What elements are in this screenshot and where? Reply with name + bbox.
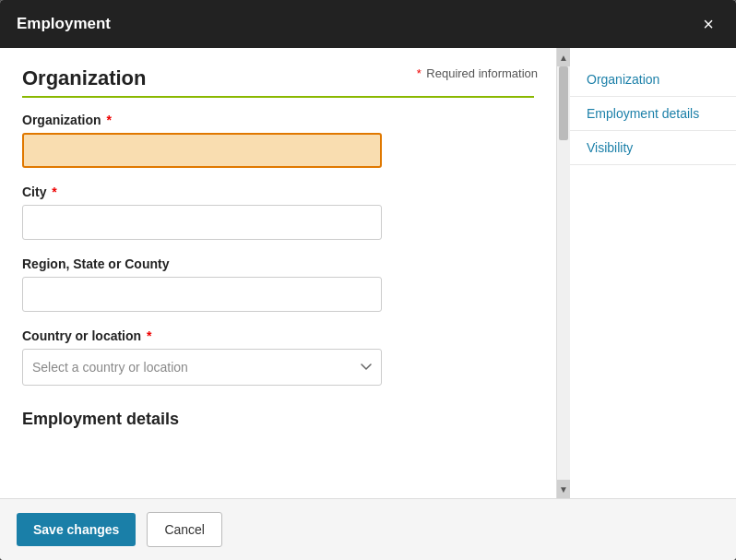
scrollbar-thumb-area bbox=[557, 66, 570, 480]
modal-header: Employment × bbox=[0, 0, 736, 48]
sidebar-item-employment-details[interactable]: Employment details bbox=[570, 97, 736, 131]
cancel-button[interactable]: Cancel bbox=[147, 512, 222, 547]
required-marker-org: * bbox=[106, 113, 111, 127]
section-divider bbox=[22, 96, 534, 98]
region-input[interactable] bbox=[22, 277, 382, 312]
required-marker-country: * bbox=[147, 328, 151, 343]
required-marker-city: * bbox=[52, 185, 56, 199]
modal-body: * Required information Organization Orga… bbox=[0, 48, 736, 498]
required-star: * bbox=[417, 66, 421, 80]
employment-details-heading: Employment details bbox=[22, 402, 534, 429]
field-group-organization: Organization * bbox=[22, 113, 534, 168]
scrollbar-thumb[interactable] bbox=[559, 66, 568, 140]
scroll-down-arrow[interactable]: ▼ bbox=[557, 480, 570, 498]
scrollbar-track[interactable]: ▲ ▼ bbox=[557, 48, 570, 498]
required-info-label: * Required information bbox=[417, 66, 538, 80]
country-select[interactable]: Select a country or location bbox=[22, 349, 382, 386]
content-scroll-area: * Required information Organization Orga… bbox=[0, 48, 570, 498]
save-button[interactable]: Save changes bbox=[17, 513, 136, 546]
label-city: City * bbox=[22, 185, 534, 199]
label-organization: Organization * bbox=[22, 113, 534, 127]
sidebar-item-visibility[interactable]: Visibility bbox=[570, 131, 736, 165]
city-input[interactable] bbox=[22, 205, 382, 240]
sidebar: Organization Employment details Visibili… bbox=[570, 48, 736, 498]
field-group-region: Region, State or County bbox=[22, 256, 534, 312]
sidebar-item-organization[interactable]: Organization bbox=[570, 63, 736, 97]
field-group-country: Country or location * Select a country o… bbox=[22, 328, 534, 386]
label-region: Region, State or County bbox=[22, 256, 534, 271]
field-group-city: City * bbox=[22, 185, 534, 240]
scroll-up-arrow[interactable]: ▲ bbox=[557, 48, 570, 66]
main-content: * Required information Organization Orga… bbox=[0, 48, 557, 498]
modal-footer: Save changes Cancel bbox=[0, 498, 736, 560]
label-country: Country or location * bbox=[22, 328, 534, 343]
employment-modal: Employment × * Required information Orga… bbox=[0, 0, 736, 560]
close-button[interactable]: × bbox=[697, 13, 719, 35]
organization-input[interactable] bbox=[22, 133, 382, 168]
modal-title: Employment bbox=[17, 15, 111, 33]
